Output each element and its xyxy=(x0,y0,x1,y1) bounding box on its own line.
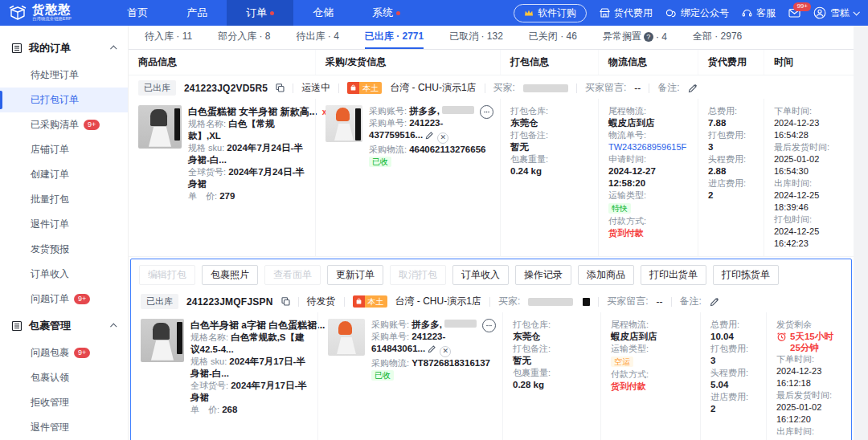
sidebar-item[interactable]: 退件订单 xyxy=(0,212,128,237)
buyer-blurred-square xyxy=(583,298,590,306)
toolbar-button[interactable]: 更新订单 xyxy=(327,265,383,285)
sidebar-item[interactable]: 包裹认领 xyxy=(0,365,128,390)
shop-name: 台湾 - CHU-演示1店 xyxy=(395,295,481,308)
nav-menu-item[interactable]: 系统 xyxy=(353,0,420,26)
sidebar-item-label: 问题包裹 xyxy=(31,346,69,360)
nav-menu-label: 首页 xyxy=(127,6,148,20)
product-image[interactable] xyxy=(138,105,182,149)
toolbar-button[interactable]: 查看面单 xyxy=(264,265,321,285)
status-tab[interactable]: 异常搁置 ? · 4 xyxy=(603,26,667,49)
status-tab[interactable]: 已关闭 · 46 xyxy=(529,26,577,49)
purchase-logistics-no: 464062113276656 xyxy=(409,145,485,154)
toolbar-button[interactable]: 操作记录 xyxy=(515,265,571,285)
toolbar-button[interactable]: 编辑打包 xyxy=(139,265,195,285)
nav-menu-item[interactable]: 产品 xyxy=(167,0,227,26)
software-order-button[interactable]: 软件订购 xyxy=(514,4,587,22)
packing-cell: 打包仓库: 东莞仓 打包备注: 暂无 包裹重量: 0.24 kg xyxy=(500,99,598,256)
toolbar-button[interactable]: 取消打包 xyxy=(390,265,446,285)
order-2-toolbar: 编辑打包 包裹照片 查看面单 更新订单 取消打包 订单收入 操作记录 添加商品 … xyxy=(131,259,851,289)
status-tab[interactable]: 全部 · 2976 xyxy=(693,26,742,49)
customer-service-link[interactable]: 客服 xyxy=(742,6,776,20)
sidebar-item[interactable]: 问题包裹 9+ xyxy=(0,340,128,365)
status-tab[interactable]: 待入库 · 11 xyxy=(145,26,192,49)
copy-icon[interactable] xyxy=(276,84,285,92)
purchase-cell: 采购账号: 拼多多, 采购单号: 241223-614843061...✕ 采购… xyxy=(317,312,502,440)
purchase-product-image[interactable] xyxy=(328,319,365,356)
edit-remark-icon[interactable] xyxy=(688,84,698,93)
fees-cell: 总费用: 10.04 打包费用: 3 头程费用: 5.04 进店费用: 2 xyxy=(700,312,766,440)
sidebar-item[interactable]: 拒收管理 xyxy=(0,390,128,415)
sidebar-section-header[interactable]: 我的订单 xyxy=(0,34,128,63)
pack-fee: 3 xyxy=(710,355,756,367)
sidebar-item[interactable]: 已打包订单 xyxy=(0,88,128,112)
app-subtitle: 台湾物流全链路ERP xyxy=(32,15,72,22)
tab-count: · 4 xyxy=(656,31,667,43)
product-title[interactable]: 白色蛋糕裙 女半身裙 新款高... x1 xyxy=(188,105,305,118)
sidebar-item[interactable]: 已采购清单 9+ xyxy=(0,112,128,137)
freight-fee-link[interactable]: 货代费用 xyxy=(600,6,653,20)
sidebar: 我的订单 待处理订单 已打包订单 已采购清单 9+ 店铺订单 xyxy=(0,26,129,440)
order-number: 241223JQ2VD5R5 xyxy=(184,83,268,94)
total-fee: 10.04 xyxy=(710,331,756,343)
purchase-cell: 采购账号: 拼多多, 采购单号: 241223-437759516...✕ 采购… xyxy=(315,99,500,256)
messages-button[interactable]: 99+ xyxy=(788,8,800,18)
nav-menu-item[interactable]: 仓储 xyxy=(293,0,353,26)
sidebar-item-label: 退件订单 xyxy=(31,218,69,231)
last-ship-time: 2025-01-02 16:12:20 xyxy=(776,401,841,426)
first-leg-fee: 2.88 xyxy=(708,165,754,177)
status-tab[interactable]: 待出库 · 4 xyxy=(296,26,338,49)
message-icon[interactable] xyxy=(480,105,493,119)
sidebar-item[interactable]: 店铺订单 xyxy=(0,137,128,162)
sidebar-item[interactable]: 创建订单 xyxy=(0,162,128,187)
user-menu[interactable]: 雪糕 xyxy=(813,6,858,20)
status-tab[interactable]: 已出库 · 2771 xyxy=(365,26,424,49)
toolbar-button[interactable]: 打印出货单 xyxy=(641,265,706,285)
status-tab[interactable]: 已取消 · 132 xyxy=(449,26,503,49)
purchase-product-image[interactable] xyxy=(326,105,362,142)
sidebar-item[interactable]: 待处理订单 xyxy=(0,63,128,88)
remove-purchase-icon[interactable]: ✕ xyxy=(440,346,451,357)
nav-menu-item[interactable]: 订单 xyxy=(227,0,293,26)
remove-purchase-icon[interactable]: ✕ xyxy=(437,132,448,144)
tab-label: 待出库 · 4 xyxy=(296,30,338,43)
edit-purchase-icon[interactable] xyxy=(428,344,436,353)
shop-icon xyxy=(600,8,610,18)
sidebar-item[interactable]: 退件管理 xyxy=(0,415,128,440)
app-logo: 货憨憨 台湾物流全链路ERP xyxy=(8,4,76,22)
toolbar-button[interactable]: 包裹照片 xyxy=(202,265,258,285)
section-icon xyxy=(11,43,23,54)
status-badge: 已出库 xyxy=(141,294,178,309)
sidebar-item[interactable]: 批量打包 xyxy=(0,187,128,212)
logistics-cell: 尾程物流: 蝦皮店到店 物流单号: TW243268959615F 申请时间: … xyxy=(598,99,698,256)
status-badge: 已出库 xyxy=(138,80,176,96)
status-tab[interactable]: 部分入库 · 8 xyxy=(218,26,270,49)
message-icon[interactable] xyxy=(482,319,496,332)
order-card-1: 已出库 241223JQ2VD5R5 运送中 本土 台湾 - CHU-演示1店 … xyxy=(129,75,854,257)
toolbar-button[interactable]: 打印拣货单 xyxy=(713,265,779,285)
bind-official-account-link[interactable]: 绑定公众号 xyxy=(665,6,729,20)
sidebar-item[interactable]: 问题订单 9+ xyxy=(0,287,128,312)
product-title[interactable]: 白色半身裙 a字裙 白色蛋糕裙... x1 xyxy=(190,319,308,332)
tab-label: 已取消 · 132 xyxy=(449,30,503,43)
last-mile-carrier: 蝦皮店到店 xyxy=(608,117,688,129)
tracking-number-link[interactable]: TW243268959615F xyxy=(608,141,688,153)
copy-icon[interactable] xyxy=(281,297,290,306)
edit-purchase-icon[interactable] xyxy=(425,131,434,140)
sidebar-section: 包裹管理 问题包裹 9+ 包裹认领 拒收管理 退件管理 xyxy=(0,312,128,440)
question-circle-icon: ? xyxy=(644,32,653,42)
unit-price: 279 xyxy=(219,191,235,201)
table-header-cell: 打包信息 xyxy=(500,50,598,75)
apply-time: 2024-12-27 12:58:20 xyxy=(608,165,688,189)
toolbar-button[interactable]: 添加商品 xyxy=(578,265,634,285)
sidebar-item[interactable]: 订单收入 xyxy=(0,262,128,287)
toolbar-button[interactable]: 订单收入 xyxy=(452,265,509,285)
edit-remark-icon[interactable] xyxy=(710,297,719,307)
transport-type-badge: 空运 xyxy=(611,356,633,367)
remark-label: 备注: xyxy=(680,295,702,308)
product-image[interactable] xyxy=(141,319,184,362)
nav-menu-item[interactable]: 首页 xyxy=(108,0,167,26)
sidebar-item[interactable]: 发货预报 xyxy=(0,237,128,262)
sidebar-section-header[interactable]: 包裹管理 xyxy=(0,312,128,340)
sidebar-section: 我的订单 待处理订单 已打包订单 已采购清单 9+ 店铺订单 xyxy=(0,34,128,312)
shopee-bag-icon xyxy=(347,82,359,94)
